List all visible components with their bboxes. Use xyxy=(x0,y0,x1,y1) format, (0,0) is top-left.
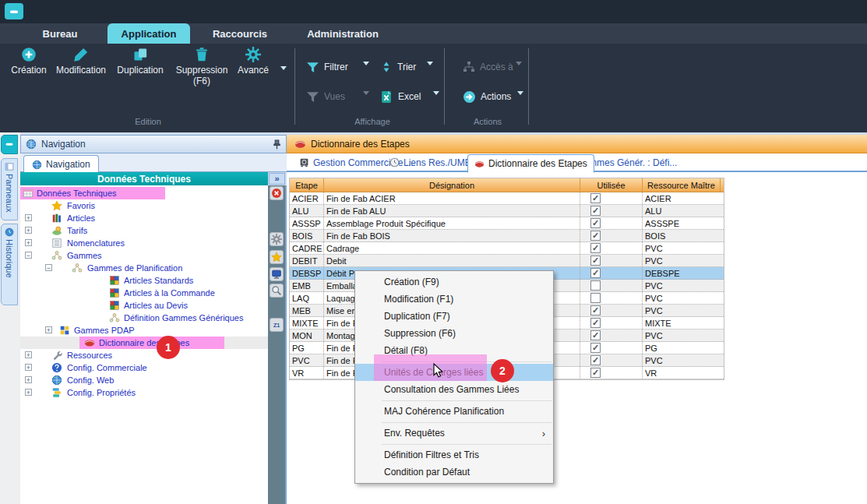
avance-dropdown-arrow[interactable] xyxy=(280,70,287,84)
checkbox-checked[interactable]: ✓ xyxy=(590,243,601,253)
menu-item-d-finition-filtres-et-tris[interactable]: Définition Filtres et Tris xyxy=(355,446,553,463)
nav-tab-navigation[interactable]: Navigation xyxy=(23,155,99,173)
table-row-alu[interactable]: ALUFin de Fab ALU✓ALU xyxy=(290,205,724,217)
strip-cog-button[interactable] xyxy=(270,232,284,246)
modification-button[interactable]: Modification xyxy=(55,47,107,76)
checkbox-checked[interactable]: ✓ xyxy=(590,218,601,228)
checkbox-unchecked[interactable] xyxy=(590,280,601,291)
tree-item-config-web[interactable]: +Config. Web xyxy=(20,374,268,386)
rail-tab-panneaux[interactable]: Panneaux xyxy=(1,158,18,220)
ribbon-tab-raccourcis[interactable]: Raccourcis xyxy=(201,23,279,44)
checkbox-checked[interactable]: ✓ xyxy=(590,343,601,353)
tree-item-d-finition-gammes-g-n-riques[interactable]: Définition Gammes Génériques xyxy=(20,312,268,324)
filtrer-dropdown-arrow[interactable] xyxy=(363,65,369,79)
trier-dropdown-arrow[interactable] xyxy=(427,65,433,79)
table-row-acier[interactable]: ACIERFin de Fab ACIER✓ACIER xyxy=(290,192,724,205)
acces-a-button[interactable]: Accès à xyxy=(463,58,513,76)
strip-magnifier-button[interactable] xyxy=(270,284,284,298)
strip-z1-button[interactable]: Z1 xyxy=(270,318,284,332)
tree-item-gammes-pdap[interactable]: +Gammes PDAP xyxy=(20,324,268,337)
checkbox-unchecked[interactable] xyxy=(590,293,601,303)
actions-button[interactable]: Actions xyxy=(463,87,511,106)
pin-icon[interactable] xyxy=(273,139,281,150)
app-logo-button[interactable] xyxy=(5,3,23,19)
actions-dropdown-arrow[interactable] xyxy=(517,95,523,109)
ribbon-tab-bureau[interactable]: Bureau xyxy=(21,23,99,44)
checkbox-checked[interactable]: ✓ xyxy=(590,193,601,203)
tree-expander-plus[interactable]: + xyxy=(25,364,32,371)
tree-item-gammes-de-planification[interactable]: −Gammes de Planification xyxy=(20,262,268,274)
tree-item-articles-au-devis[interactable]: Articles au Devis xyxy=(20,299,268,312)
excel-dropdown-arrow[interactable] xyxy=(433,95,439,109)
tree-item-dictionnaire-des-etapes[interactable]: Dictionnaire des Etapes xyxy=(20,337,268,349)
rail-tab-historique[interactable]: Historique xyxy=(1,224,18,305)
tree-expander-plus[interactable]: + xyxy=(45,326,52,333)
tree-expander-minus[interactable]: − xyxy=(45,264,52,271)
table-row-asssp[interactable]: ASSSPAssemblage Produit Spécifique✓ASSSP… xyxy=(290,217,724,230)
tree-expander-plus[interactable]: + xyxy=(25,214,32,221)
tree-expander-plus[interactable]: + xyxy=(25,239,32,246)
tree-item-favoris[interactable]: Favoris xyxy=(20,199,268,212)
table-row-cadre[interactable]: CADRECadrage✓PVC xyxy=(290,242,724,255)
checkbox-checked[interactable]: ✓ xyxy=(590,368,601,378)
strip-monitor-button[interactable] xyxy=(270,267,284,281)
tree-item-tarifs[interactable]: +Tarifs xyxy=(20,224,268,237)
menu-item-modification-f1-[interactable]: Modification (F1) xyxy=(355,291,553,308)
cell-ressource-maitre: ACIER xyxy=(643,192,721,204)
filtrer-button[interactable]: Filtrer xyxy=(306,58,348,76)
menu-item-env-requ-tes[interactable]: Env. Requêtes› xyxy=(355,425,553,442)
ribbon-tab-application[interactable]: Application xyxy=(107,23,190,44)
tree-item-articles-la-commande[interactable]: Articles à la Commande xyxy=(20,287,268,299)
strip-star-button[interactable] xyxy=(270,250,284,264)
duplication-button[interactable]: Duplication xyxy=(114,47,167,76)
tree-expander-minus[interactable]: − xyxy=(25,252,32,259)
strip-close-button[interactable] xyxy=(270,186,284,200)
menu-item-condition-par-d-faut[interactable]: Condition par Défaut xyxy=(355,463,553,481)
tree-item-articles-standards[interactable]: Articles Standards xyxy=(20,274,268,287)
menu-item-duplication-f7-[interactable]: Duplication (F7) xyxy=(355,308,553,325)
column-header-etape[interactable]: Etape xyxy=(290,178,324,192)
tree-item-nomenclatures[interactable]: +Nomenclatures xyxy=(20,237,268,249)
ribbon-tab-administration[interactable]: Administration xyxy=(299,23,386,44)
tree-item-config-commerciale[interactable]: +Config. Commerciale xyxy=(20,361,268,374)
nav-side-strip: Z1 xyxy=(268,185,285,504)
tree-expander-plus[interactable]: + xyxy=(25,351,32,358)
collapse-chevrons-button[interactable]: » xyxy=(269,173,285,185)
checkbox-checked[interactable]: ✓ xyxy=(590,355,601,365)
checkbox-checked[interactable]: ✓ xyxy=(590,206,601,216)
column-header-ressource-ma-tre[interactable]: Ressource Maître xyxy=(643,178,721,192)
trier-label: Trier xyxy=(397,62,416,72)
tree-item-gammes[interactable]: −Gammes xyxy=(20,249,268,262)
tree-item-articles[interactable]: +Articles xyxy=(20,212,268,224)
vues-dropdown-arrow[interactable] xyxy=(363,95,369,109)
checkbox-checked[interactable]: ✓ xyxy=(590,231,601,241)
tree-item-config-propri-t-s[interactable]: +Config. Propriétés xyxy=(20,386,268,399)
vues-button[interactable]: Vues xyxy=(306,87,345,106)
creation-button[interactable]: Création xyxy=(6,47,51,76)
menu-item-consultation-des-gammes-li-es[interactable]: Consultation des Gammes Liées xyxy=(355,381,553,398)
tree-expander-plus[interactable]: + xyxy=(25,376,32,383)
menu-item-maj-coh-rence-planification[interactable]: MAJ Cohérence Planification xyxy=(355,403,553,420)
column-header-utilis-e[interactable]: Utilisée xyxy=(580,178,643,192)
checkbox-checked[interactable]: ✓ xyxy=(590,256,601,266)
menu-item-suppression-f6-[interactable]: Suppression (F6) xyxy=(355,325,553,342)
column-header-d-signation[interactable]: Désignation xyxy=(324,178,580,192)
checkbox-checked[interactable]: ✓ xyxy=(590,318,601,328)
menu-item-cr-ation-f9-[interactable]: Création (F9) xyxy=(355,273,553,291)
document-tab-dictionnaire-des-etapes[interactable]: Dictionnaire des Etapes xyxy=(467,154,594,173)
tree-expander-plus[interactable]: + xyxy=(25,389,32,396)
suppression-button[interactable]: Suppression (F6) xyxy=(176,47,227,86)
excel-button[interactable]: Excel xyxy=(380,87,421,106)
tree-item-donn-es-techniques[interactable]: Données Techniques xyxy=(20,187,268,199)
trier-button[interactable]: Trier xyxy=(380,58,416,76)
tree-expander-plus[interactable]: + xyxy=(25,227,32,234)
checkbox-checked[interactable]: ✓ xyxy=(590,268,601,278)
rail-tab-logo[interactable] xyxy=(1,135,18,154)
checkbox-checked[interactable]: ✓ xyxy=(590,330,601,340)
checkbox-checked[interactable]: ✓ xyxy=(590,305,601,315)
table-row-bois[interactable]: BOISFin de Fab BOIS✓BOIS xyxy=(290,230,724,242)
table-row-debit[interactable]: DEBITDebit✓PVC xyxy=(290,255,724,267)
acces-a-dropdown-arrow[interactable] xyxy=(516,65,522,79)
avance-button[interactable]: Avancé xyxy=(232,47,274,76)
tree-item-ressources[interactable]: +Ressources xyxy=(20,349,268,361)
